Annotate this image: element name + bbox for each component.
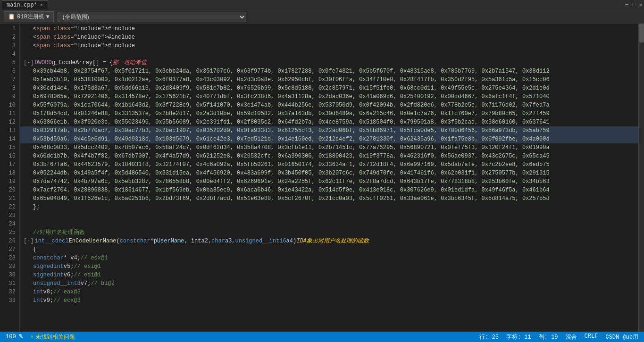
code-line [20,211,638,220]
line-number: 33 [4,296,16,305]
line-number: 7 [4,75,16,84]
code-line: int v9; // ecx@3 [20,296,638,305]
encoding-indicator: 混合 [566,333,577,341]
code-line: }; [20,203,638,211]
app-dropdown-icon: ▼ [46,14,50,20]
line-numbers: 1234567891011121314151617181920212223242… [0,24,20,332]
line-number: 26 [4,237,16,245]
code-area[interactable]: <span class="include">#include<span clas… [20,24,638,332]
line-number: 15 [4,143,16,152]
fold-marker[interactable]: [-] [24,237,34,245]
line-number: 13 [4,126,16,135]
code-line: [-]DWORD g_EcodeArray[] = { 那一堆哈希值 [20,58,638,67]
line-number: 3 [4,42,16,50]
close-window-button[interactable]: ✕ [639,2,642,8]
status-right: 行: 25 字符: 11 列: 19 混合 CRLF CSDN @up用 [479,333,638,341]
line-number: 4 [4,50,16,58]
line-number: 24 [4,220,16,228]
code-line: 0x468c0033, 0x5dcc2402, 0x78507ac6, 0x58… [20,143,638,152]
code-line: const char* v4; // edx@1 [20,254,638,262]
line-number: 1 [4,25,16,33]
char-indicator: 字符: 11 [506,333,531,341]
code-line: [-]int __cdecl EnCodeUserName(const char… [20,237,638,245]
code-line: 0x178d54cd, 0x01246e88, 0x3313537e, 0x2b… [20,109,638,118]
code-line: <span class="include">#include [20,42,638,50]
code-line: 0x7acf2704, 0x28896838, 0x18614677, 0x1b… [20,186,638,194]
code-line: 0x39cb44b8, 0x23754f67, 0x5f017211, 0x3e… [20,67,638,75]
app-icon: 📋 [8,13,15,20]
line-number: 20 [4,186,16,194]
line-number: 6 [4,67,16,75]
code-line: 0x6978065a, 0x72921406, 0x314578e7, 0x17… [20,92,638,101]
file-tab[interactable]: main.cpp* × [2,0,48,9]
platform-label: CSDN @up用 [605,333,638,341]
maximize-button[interactable]: □ [632,2,636,8]
code-line: 0x63866e1b, 0x3f920e3c, 0x55023490, 0x55… [20,118,638,126]
line-number: 30 [4,271,16,279]
line-number: 14 [4,135,16,143]
line-number: 16 [4,152,16,160]
line-number: 10 [4,101,16,109]
line-number: 28 [4,254,16,262]
code-line: { [20,245,638,254]
line-number: 32 [4,288,16,296]
line-number: 23 [4,211,16,220]
warning-section: ● 未找到相关问题 [30,333,75,341]
line-number: 18 [4,169,16,177]
code-line: 0x3bf67fa6, 0x44623579, 0x184031f8, 0x32… [20,160,638,169]
line-number: 17 [4,160,16,169]
annotation: IDA象出对用户名处理的函数 [296,237,369,245]
zoom-level: 100 % [6,334,23,340]
line-number: 27 [4,245,16,254]
code-line: signed int v5; // esi@1 [20,262,638,271]
app-icon-btn[interactable]: 📋 010注册机 ▼ [4,11,54,22]
toolbar: 📋 010注册机 ▼ (全局范围) [0,10,644,24]
line-number: 5 [4,58,16,67]
col-indicator: 列: 19 [539,333,558,341]
annotation: 那一堆哈希值 [113,58,147,67]
code-line: <span class="include">#include [20,33,638,42]
line-number: 22 [4,203,16,211]
line-ending-indicator: CRLF [585,333,598,341]
fold-marker[interactable]: [-] [24,58,34,67]
code-line: 0x30cd14e4, 0x175d3a67, 0x6dd66a13, 0x2d… [20,84,638,92]
status-ok-icon: ● [30,334,33,340]
code-line: signed int v6; // edi@1 [20,271,638,279]
line-number: 11 [4,109,16,118]
line-number: 29 [4,262,16,271]
code-line: 0x65e04849, 0x1f526e1c, 0x5a0251b6, 0x2b… [20,194,638,203]
line-number: 19 [4,177,16,186]
code-line [20,220,638,228]
line-number: 21 [4,194,16,203]
close-tab-button[interactable]: × [40,3,43,8]
warning-text: 未找到相关问题 [35,333,75,341]
minimize-button[interactable]: ─ [625,2,628,8]
scrollbar-track[interactable] [638,24,644,332]
code-line: 0x1eab3b10, 0x53810000, 0x1d0212ae, 0x6f… [20,75,638,84]
line-number: 9 [4,92,16,101]
row-indicator: 行: 25 [479,333,499,341]
line-number: 12 [4,118,16,126]
code-line: int v8; // eax@3 [20,288,638,296]
status-bar: 100 % ● 未找到相关问题 行: 25 字符: 11 列: 19 混合 CR… [0,332,644,342]
line-number: 31 [4,279,16,288]
code-line: 0x7da74742, 0x4b797a6c, 0x5ebb3287, 0x78… [20,177,638,186]
scope-selector[interactable]: (全局范围) [58,12,246,22]
scrollbar-thumb[interactable] [639,24,644,42]
app-name-label: 010注册机 [17,13,44,21]
code-line: 0x55f6079a, 0x1ca70644, 0x1b1643d2, 0x3f… [20,101,638,109]
line-number: 25 [4,228,16,237]
window-controls: ─ □ ✕ [625,2,642,8]
status-left: 100 % ● 未找到相关问题 [6,333,75,341]
file-tab-label: main.cpp* [7,2,37,8]
code-line: unsigned __int8 v7; // bl@2 [20,279,638,288]
code-line: 0x60dc1b7b, 0x4f4b7f82, 0x67db7007, 0x4f… [20,152,638,160]
title-bar: main.cpp* × ─ □ ✕ [0,0,644,10]
line-number: 2 [4,33,16,42]
code-line: 0x032917ab, 0x2b770ac7, 0x30ac77b3, 0x2b… [20,126,638,135]
line-number: 8 [4,84,16,92]
code-line [20,50,638,58]
editor-container: 1234567891011121314151617181920212223242… [0,24,644,332]
code-line: 0x052244db, 0x149a5f4f, 0x5d486540, 0x33… [20,169,638,177]
code-line: 0x53bd59a6, 0x4c5e6d91, 0x49d9318d, 0x10… [20,135,638,143]
